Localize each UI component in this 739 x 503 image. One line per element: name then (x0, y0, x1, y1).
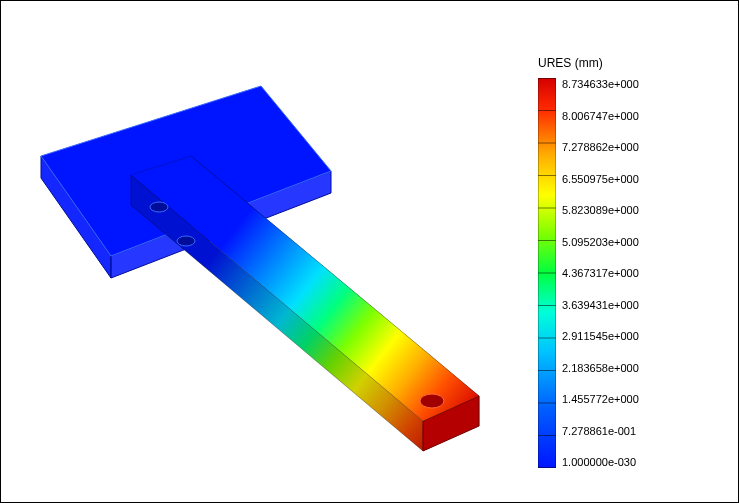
legend-tick-label: 8.006747e+000 (562, 110, 639, 122)
legend-tick-label: 3.639431e+000 (562, 299, 639, 311)
legend-tick-label: 8.734633e+000 (562, 78, 639, 90)
svg-point-10 (150, 202, 168, 212)
legend-tick-label: 7.278862e+000 (562, 141, 639, 153)
svg-point-11 (177, 236, 195, 246)
legend-tick-label: 2.183658e+000 (562, 362, 639, 374)
legend-tick-label: 6.550975e+000 (562, 173, 639, 185)
legend-tick-label: 5.095203e+000 (562, 236, 639, 248)
legend-labels: 8.734633e+0008.006747e+0007.278862e+0006… (562, 78, 639, 468)
legend-color-bar (538, 78, 556, 468)
legend-tick-label: 5.823089e+000 (562, 204, 639, 216)
color-legend: URES (mm) 8.734633e+0008.006747e+0007.27… (538, 56, 718, 468)
legend-tick-label: 1.000000e-030 (562, 456, 639, 468)
legend-tick-label: 2.911545e+000 (562, 330, 639, 342)
model-viewport[interactable] (1, 1, 521, 503)
legend-tick-label: 7.278861e-001 (562, 425, 639, 437)
legend-tick-label: 4.367317e+000 (562, 267, 639, 279)
fea-model-render (1, 1, 521, 503)
svg-point-12 (420, 394, 444, 408)
simulation-result-frame: URES (mm) 8.734633e+0008.006747e+0007.27… (0, 0, 739, 503)
legend-title: URES (mm) (538, 56, 718, 70)
legend-tick-label: 1.455772e+000 (562, 393, 639, 405)
